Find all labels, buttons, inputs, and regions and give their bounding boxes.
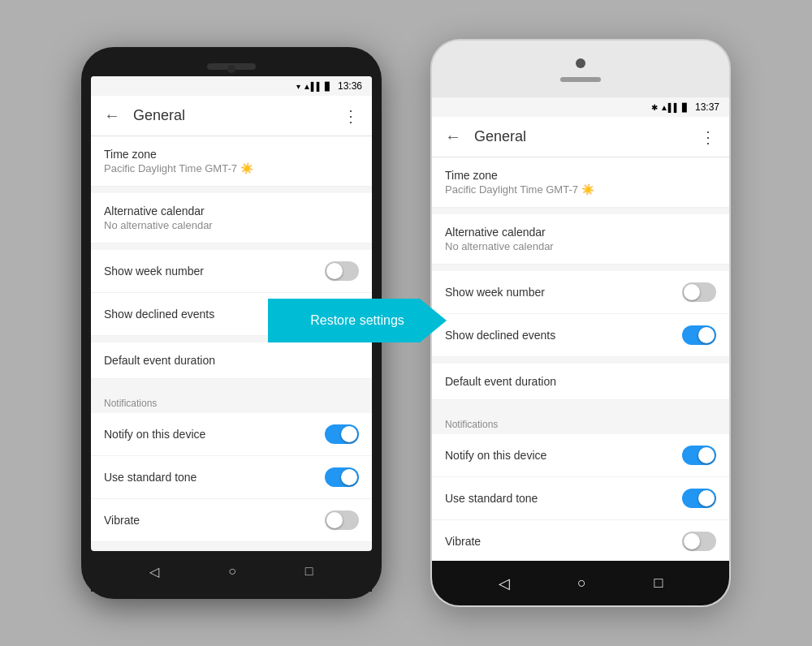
time-right: 13:37 [695, 101, 719, 113]
altcal-value-left: No alternative calendar [104, 219, 213, 231]
back-nav-right[interactable]: ◁ [499, 575, 510, 592]
signal-icon: ▲▌▌ [303, 82, 322, 91]
status-bar-right: ✱ ▲▌▌ ▊ 13:37 [432, 97, 729, 117]
vibrate-label-right: Vibrate [445, 535, 481, 548]
bt-icon: ✱ [651, 103, 658, 112]
divider4-r [432, 400, 729, 407]
page-title-left: General [133, 107, 330, 124]
divider4 [91, 379, 372, 385]
duration-label-right: Default event duration [445, 375, 556, 388]
timezone-value-right: Pacific Daylight Time GMT-7 ☀️ [445, 183, 594, 196]
weeknum-knob-left [326, 263, 343, 279]
divider1-r [432, 208, 729, 214]
wifi-icon: ▾ [296, 82, 300, 91]
time-left: 13:36 [338, 80, 362, 92]
app-bar-right: ← General ⋮ [432, 117, 729, 157]
phone-white-body: ✱ ▲▌▌ ▊ 13:37 ← General ⋮ Time zon [430, 39, 731, 607]
declined-toggle-right[interactable] [682, 325, 716, 345]
status-icons-left: ▾ ▲▌▌ ▊ [296, 82, 331, 91]
status-bar-left: ▾ ▲▌▌ ▊ 13:36 [91, 76, 372, 96]
setting-weeknum-right[interactable]: Show week number [432, 271, 729, 314]
app-bar-left: ← General ⋮ [91, 96, 372, 136]
bottom-nav-left: ◁ ○ □ [91, 551, 372, 592]
timezone-label-right: Time zone [445, 169, 498, 182]
tone-toggle-right[interactable] [682, 489, 716, 508]
altcal-label-left: Alternative calendar [104, 205, 205, 217]
battery-icon: ▊ [325, 82, 331, 91]
setting-duration-right[interactable]: Default event duration [432, 364, 729, 400]
altcal-value-right: No alternative calendar [445, 240, 554, 252]
camera-right [576, 58, 585, 68]
more-button-left[interactable]: ⋮ [343, 106, 359, 126]
back-nav-left[interactable]: ◁ [149, 564, 159, 579]
back-button-right[interactable]: ← [445, 127, 461, 146]
divider3-r [432, 357, 729, 364]
declined-label-left: Show declined events [104, 308, 214, 321]
tone-toggle-left[interactable] [325, 467, 359, 487]
altcal-label-right: Alternative calendar [445, 226, 546, 239]
restore-label[interactable]: Restore settings [310, 313, 404, 327]
setting-timezone-right[interactable]: Time zone Pacific Daylight Time GMT-7 ☀️ [432, 157, 729, 208]
right-phone: ✱ ▲▌▌ ▊ 13:37 ← General ⋮ Time zon [430, 39, 731, 607]
declined-label-right: Show declined events [445, 329, 555, 342]
page-title-right: General [474, 128, 687, 145]
notify-label-left: Notify on this device [104, 428, 205, 441]
home-nav-right[interactable]: ○ [577, 575, 586, 592]
recent-nav-left[interactable]: □ [305, 564, 313, 579]
setting-notify-right[interactable]: Notify on this device [432, 434, 729, 477]
camera-dot [227, 65, 235, 73]
more-button-right[interactable]: ⋮ [700, 127, 716, 147]
notifications-label-right: Notifications [445, 419, 498, 430]
vibrate-toggle-right[interactable] [682, 532, 716, 551]
notify-label-right: Notify on this device [445, 449, 546, 462]
weeknum-toggle-left[interactable] [325, 261, 359, 281]
weeknum-label-left: Show week number [104, 265, 204, 278]
tone-knob-left [341, 469, 357, 485]
tone-label-right: Use standard tone [445, 492, 538, 505]
vibrate-label-left: Vibrate [104, 514, 140, 527]
setting-timezone-left[interactable]: Time zone Pacific Daylight Time GMT-7 ☀️ [91, 136, 372, 187]
setting-tone-right[interactable]: Use standard tone [432, 477, 729, 520]
setting-vibrate-left[interactable]: Vibrate [91, 499, 372, 542]
setting-tone-left[interactable]: Use standard tone [91, 456, 372, 499]
right-screen: ✱ ▲▌▌ ▊ 13:37 ← General ⋮ Time zon [432, 97, 729, 561]
home-nav-left[interactable]: ○ [228, 564, 236, 579]
notify-knob-left [341, 426, 357, 442]
setting-notify-left[interactable]: Notify on this device [91, 413, 372, 456]
status-icons-right: ✱ ▲▌▌ ▊ [651, 103, 689, 112]
setting-weeknum-left[interactable]: Show week number [91, 250, 372, 293]
setting-vibrate-right[interactable]: Vibrate [432, 520, 729, 561]
back-button-left[interactable]: ← [104, 106, 120, 125]
weeknum-toggle-right[interactable] [682, 282, 716, 302]
divider2-r [432, 265, 729, 271]
setting-duration-left[interactable]: Default event duration [91, 342, 372, 379]
restore-button[interactable]: Restore settings [268, 299, 447, 342]
restore-arrow: Restore settings [268, 299, 447, 342]
vibrate-knob-left [326, 512, 343, 528]
declined-knob-right [698, 327, 715, 343]
setting-altcal-left[interactable]: Alternative calendar No alternative cale… [91, 193, 372, 243]
notify-toggle-left[interactable] [325, 424, 359, 444]
notifications-label-left: Notifications [104, 398, 157, 409]
battery-right: ▊ [682, 103, 689, 112]
notifications-header-right: Notifications [432, 407, 729, 434]
timezone-value-left: Pacific Daylight Time GMT-7 ☀️ [104, 162, 253, 174]
weeknum-label-right: Show week number [445, 286, 545, 299]
recent-nav-right[interactable]: □ [654, 575, 663, 592]
timezone-label-left: Time zone [104, 148, 157, 161]
divider2 [91, 243, 372, 250]
vibrate-toggle-left[interactable] [325, 510, 359, 530]
setting-declined-right[interactable]: Show declined events [432, 314, 729, 357]
notify-knob-right [698, 447, 715, 463]
speaker-right [560, 77, 601, 82]
duration-label-left: Default event duration [104, 354, 215, 367]
setting-altcal-right[interactable]: Alternative calendar No alternative cale… [432, 214, 729, 265]
settings-list-right: Time zone Pacific Daylight Time GMT-7 ☀️… [432, 157, 729, 561]
vibrate-knob-right [684, 533, 700, 549]
white-screen-inner: ✱ ▲▌▌ ▊ 13:37 ← General ⋮ Time zon [432, 97, 729, 561]
weeknum-knob-right [684, 284, 700, 300]
notify-toggle-right[interactable] [682, 446, 716, 465]
phone-top-bar [432, 41, 729, 97]
notifications-header-left: Notifications [91, 385, 372, 413]
divider1 [91, 187, 372, 193]
